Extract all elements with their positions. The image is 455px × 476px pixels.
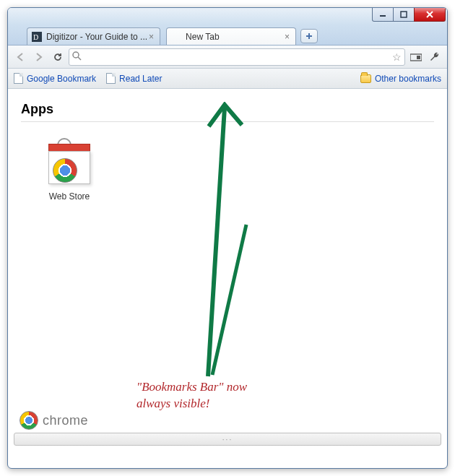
svg-point-8 <box>73 52 79 58</box>
annotation-line1: "Bookmarks Bar" now <box>136 380 247 394</box>
forward-button[interactable] <box>31 49 47 65</box>
apps-grid: Web Store <box>8 125 447 219</box>
apps-heading: Apps <box>21 102 434 122</box>
tab-new-tab[interactable]: New Tab × <box>166 27 296 45</box>
app-label: Web Store <box>30 191 109 202</box>
page-actions-icon[interactable] <box>408 49 424 65</box>
address-bar[interactable]: ☆ <box>69 48 405 66</box>
web-store-icon <box>44 142 95 186</box>
tab-close-icon[interactable]: × <box>283 32 291 42</box>
ntp-footer: chrome <box>8 411 100 430</box>
new-tab-button[interactable] <box>300 29 318 43</box>
tab-strip: D Digitizor - Your Guide to ... × New Ta… <box>27 27 318 45</box>
svg-line-13 <box>212 225 246 375</box>
back-button[interactable] <box>12 49 28 65</box>
svg-line-9 <box>78 57 81 60</box>
bookmark-label: Read Later <box>119 74 162 84</box>
chrome-brand-text: chrome <box>43 413 88 428</box>
close-button[interactable] <box>414 7 446 22</box>
other-bookmarks[interactable]: Other bookmarks <box>360 74 441 84</box>
app-web-store[interactable]: Web Store <box>30 142 109 202</box>
chrome-logo-icon <box>20 411 38 430</box>
tab-title: New Tab <box>186 32 219 42</box>
window-controls <box>373 7 446 22</box>
maximize-button[interactable] <box>393 7 415 22</box>
bookmark-label: Google Bookmark <box>27 74 96 84</box>
bookmarks-bar: Google Bookmark Read Later Other bookmar… <box>8 69 447 89</box>
bookmark-read-later[interactable]: Read Later <box>106 73 162 84</box>
annotation-line2: always visible! <box>136 397 210 410</box>
search-icon <box>72 51 82 63</box>
favicon-blank <box>171 32 181 42</box>
address-input[interactable] <box>84 51 392 63</box>
page-icon <box>14 73 23 84</box>
annotation-text: "Bookmarks Bar" now always visible! <box>136 379 303 412</box>
folder-icon <box>360 74 371 83</box>
horizontal-scrollbar[interactable]: ··· <box>14 433 441 446</box>
tab-close-icon[interactable]: × <box>147 32 155 42</box>
bookmark-star-icon[interactable]: ☆ <box>392 51 402 63</box>
other-bookmarks-label: Other bookmarks <box>375 74 441 84</box>
svg-rect-1 <box>401 12 407 17</box>
reload-button[interactable] <box>50 49 66 65</box>
tab-title: Digitizor - Your Guide to ... <box>46 32 147 42</box>
page-icon <box>106 73 116 84</box>
minimize-button[interactable] <box>372 7 394 22</box>
svg-rect-11 <box>417 56 420 59</box>
new-tab-page: Apps Web Store "Bookmarks Bar" now alway… <box>8 102 447 449</box>
wrench-icon[interactable] <box>427 49 443 65</box>
bookmark-google-bookmark[interactable]: Google Bookmark <box>14 73 96 84</box>
browser-window: D Digitizor - Your Guide to ... × New Ta… <box>7 7 448 469</box>
nav-toolbar: ☆ <box>8 46 447 69</box>
scrollbar-grip-icon: ··· <box>222 436 233 443</box>
svg-text:D: D <box>33 33 38 41</box>
favicon-digitizor: D <box>32 32 42 42</box>
tab-digitizor[interactable]: D Digitizor - Your Guide to ... × <box>27 27 160 45</box>
window-titlebar: D Digitizor - Your Guide to ... × New Ta… <box>8 8 447 46</box>
